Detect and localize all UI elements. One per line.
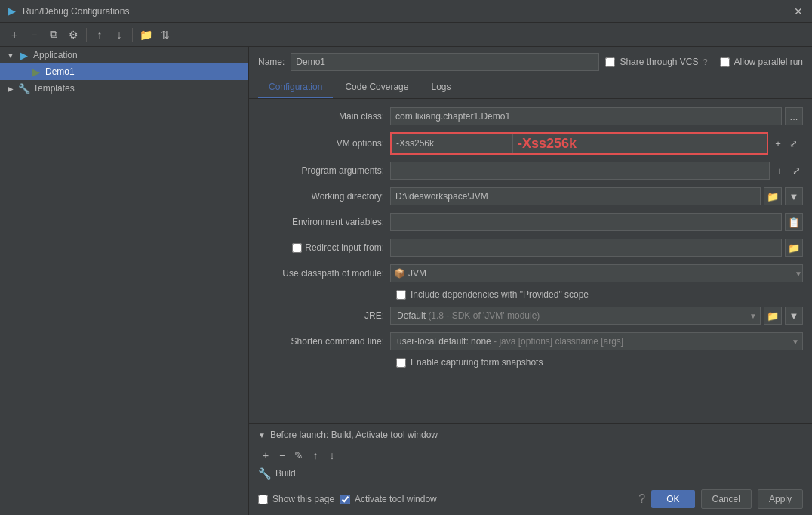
main-class-browse-button[interactable]: ... — [785, 107, 803, 125]
title-text: Run/Debug Configurations — [23, 6, 129, 17]
tab-code-coverage[interactable]: Code Coverage — [334, 77, 419, 98]
program-args-expand-button[interactable]: ⤢ — [789, 164, 803, 177]
redirect-input-checkbox[interactable] — [292, 243, 302, 253]
activate-tool-window-label: Activate tool window — [355, 494, 437, 504]
templates-icon: 🔧 — [18, 82, 30, 94]
show-page-checkbox[interactable] — [258, 495, 268, 504]
main-class-control: ... — [390, 107, 803, 125]
before-launch-section: ▼ Before launch: Build, Activate tool wi… — [249, 423, 812, 483]
tab-logs[interactable]: Logs — [420, 77, 461, 98]
enable-capturing-checkbox[interactable] — [396, 358, 406, 368]
vm-options-add-button[interactable]: + — [771, 137, 785, 150]
before-launch-title: Before launch: Build, Activate tool wind… — [270, 430, 438, 440]
main-class-input[interactable] — [390, 107, 782, 125]
env-vars-browse-button[interactable]: 📋 — [785, 213, 803, 231]
add-button[interactable]: + — [6, 26, 23, 43]
shorten-cmd-row: Shorten command line: user-local default… — [258, 332, 803, 351]
env-vars-input[interactable] — [390, 213, 782, 231]
before-launch-up-button[interactable]: ↑ — [308, 448, 323, 463]
build-icon: 🔧 — [258, 467, 271, 480]
env-vars-row: Environment variables: 📋 — [258, 212, 803, 232]
enable-capturing-label: Enable capturing form snapshots — [411, 357, 543, 368]
jre-label: JRE: — [258, 310, 390, 321]
remove-button[interactable]: − — [26, 26, 42, 43]
tree-templates-group[interactable]: ▶ 🔧 Templates — [0, 80, 248, 97]
program-args-add-button[interactable]: + — [773, 164, 786, 177]
vm-options-label: VM options: — [258, 138, 390, 149]
vm-options-row: VM options: -Xss256k + ⤢ — [258, 132, 803, 155]
jre-detail: (1.8 - SDK of 'JVM' module) — [428, 310, 540, 321]
module-icon: 📦 — [391, 268, 408, 279]
show-page-row: Show this page — [258, 494, 334, 504]
help-icon[interactable]: ? — [638, 492, 645, 506]
allow-parallel-row: Allow parallel run — [720, 57, 803, 67]
shorten-cmd-dropdown-icon: ▼ — [792, 338, 799, 346]
tab-configuration[interactable]: Configuration — [258, 77, 333, 98]
redirect-input-label: Redirect input from: — [305, 242, 384, 253]
up-arrow-button[interactable]: ↑ — [91, 26, 108, 43]
show-page-label: Show this page — [272, 494, 334, 504]
apply-button[interactable]: Apply — [758, 489, 803, 509]
share-vcs-row: Share through VCS ? — [605, 57, 707, 67]
vm-options-input[interactable] — [392, 134, 512, 153]
working-dir-label: Working directory: — [258, 191, 390, 202]
right-panel: Name: Share through VCS ? Allow parallel… — [249, 47, 812, 515]
application-arrow-icon: ▼ — [6, 51, 15, 60]
share-vcs-help-icon[interactable]: ? — [703, 57, 707, 66]
share-vcs-checkbox[interactable] — [605, 57, 615, 67]
redirect-input-input[interactable] — [390, 239, 782, 257]
working-dir-browse-button[interactable]: 📁 — [764, 187, 782, 205]
activate-row: Activate tool window — [340, 494, 437, 504]
shorten-cmd-select[interactable]: user-local default: none - java [options… — [390, 332, 803, 350]
cancel-button[interactable]: Cancel — [701, 489, 752, 509]
templates-label: Templates — [33, 83, 75, 94]
program-args-row: Program arguments: + ⤢ — [258, 161, 803, 180]
name-input[interactable] — [291, 53, 599, 71]
close-button[interactable]: ✕ — [791, 4, 806, 19]
app-icon: ▶ — [6, 5, 18, 17]
toolbar: + − ⧉ ⚙ ↑ ↓ 📁 ⇅ — [0, 23, 812, 47]
classpath-module-label: Use classpath of module: — [258, 268, 390, 279]
ok-button[interactable]: OK — [651, 490, 694, 508]
program-args-label: Program arguments: — [258, 165, 390, 176]
share-vcs-label: Share through VCS — [620, 57, 698, 67]
redirect-input-browse-button[interactable]: 📁 — [785, 239, 803, 257]
build-item: 🔧 Build — [249, 464, 812, 483]
module-text: JVM — [408, 268, 795, 279]
before-launch-header[interactable]: ▼ Before launch: Build, Activate tool wi… — [249, 424, 812, 446]
before-launch-down-button[interactable]: ↓ — [324, 448, 340, 463]
shorten-cmd-label: Shorten command line: — [258, 336, 390, 347]
activate-tool-window-checkbox[interactable] — [340, 495, 350, 504]
tree-demo1-item[interactable]: ▶ Demo1 — [0, 63, 248, 80]
jre-select[interactable]: Default (1.8 - SDK of 'JVM' module) ▼ — [390, 307, 761, 325]
jre-browse-button[interactable]: 📁 — [764, 307, 782, 325]
include-dependencies-row: Include dependencies with "Provided" sco… — [258, 289, 803, 300]
working-dir-input[interactable] — [390, 187, 761, 205]
working-dir-dropdown-button[interactable]: ▼ — [785, 187, 803, 205]
down-arrow-button[interactable]: ↓ — [111, 26, 128, 43]
form-area: Main class: ... VM options: -Xss256k — [249, 99, 812, 423]
module-select[interactable]: 📦 JVM ▼ — [390, 264, 803, 282]
allow-parallel-checkbox[interactable] — [720, 57, 730, 67]
jre-dropdown-button[interactable]: ▼ — [785, 307, 803, 325]
templates-arrow-icon: ▶ — [6, 84, 15, 93]
left-panel: ▼ ▶ Application ▶ Demo1 ▶ 🔧 Templates — [0, 47, 249, 515]
copy-button[interactable]: ⧉ — [45, 26, 62, 43]
vm-options-expand-button[interactable]: ⤢ — [786, 137, 800, 150]
before-launch-edit-button[interactable]: ✎ — [291, 448, 306, 463]
sort-button[interactable]: ⇅ — [157, 26, 174, 43]
program-args-control: + ⤢ — [390, 162, 803, 180]
before-launch-toolbar: + − ✎ ↑ ↓ — [249, 446, 812, 464]
toolbar-divider-2 — [132, 28, 133, 42]
jre-value: Default (1.8 - SDK of 'JVM' module) — [394, 310, 749, 321]
title-bar: ▶ Run/Debug Configurations ✕ — [0, 0, 812, 23]
folder-button[interactable]: 📁 — [137, 26, 154, 43]
include-dependencies-checkbox[interactable] — [396, 290, 406, 300]
before-launch-add-button[interactable]: + — [258, 448, 273, 463]
redirect-input-row: Redirect input from: 📁 — [258, 238, 803, 258]
tree-application-group[interactable]: ▼ ▶ Application — [0, 47, 248, 63]
before-launch-remove-button[interactable]: − — [275, 448, 290, 463]
shorten-cmd-value: user-local default: none - java [options… — [394, 336, 792, 347]
program-args-input[interactable] — [390, 162, 770, 180]
settings-button[interactable]: ⚙ — [65, 26, 82, 43]
